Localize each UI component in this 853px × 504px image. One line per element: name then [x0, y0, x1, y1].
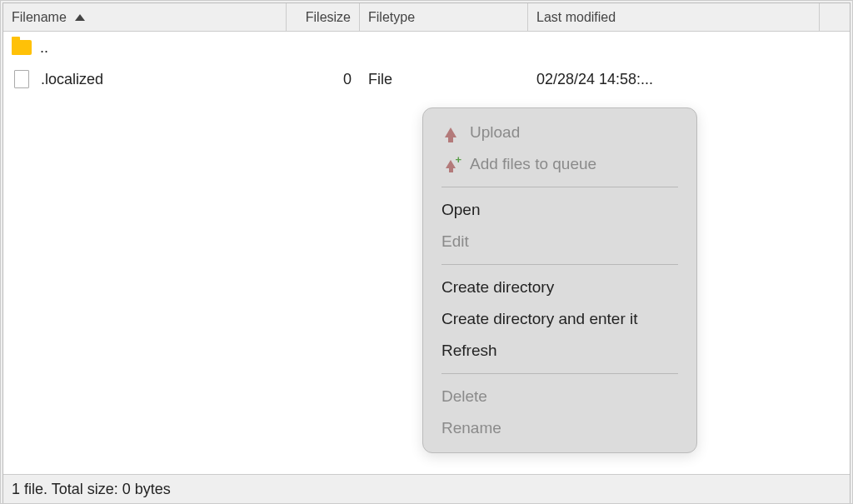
menu-create-directory-enter-label: Create directory and enter it: [441, 310, 638, 328]
column-header-filesize[interactable]: Filesize: [287, 3, 360, 31]
menu-separator: [441, 187, 678, 187]
menu-create-directory[interactable]: Create directory: [423, 272, 696, 303]
menu-open-label: Open: [441, 201, 480, 219]
status-text: 1 file. Total size: 0 bytes: [12, 481, 171, 498]
menu-separator: [441, 373, 678, 374]
menu-separator: [441, 264, 678, 265]
menu-create-directory-label: Create directory: [441, 278, 554, 297]
column-header-filename[interactable]: Filename: [3, 3, 287, 31]
menu-edit-label: Edit: [441, 232, 469, 251]
add-to-queue-icon: +: [441, 155, 460, 173]
parent-directory-row[interactable]: ..: [3, 32, 850, 63]
column-label-filetype: Filetype: [368, 10, 415, 25]
header-row: Filename Filesize Filetype Last modified: [3, 3, 850, 32]
menu-edit: Edit: [423, 226, 696, 257]
file-type-cell: File: [360, 67, 528, 92]
column-label-filename: Filename: [12, 10, 67, 25]
parent-directory-cell: ..: [3, 36, 287, 60]
context-menu: Upload + Add files to queue Open Edit Cr…: [422, 107, 697, 453]
menu-add-queue: + Add files to queue: [423, 148, 696, 180]
menu-refresh-label: Refresh: [441, 342, 497, 360]
column-label-filesize: Filesize: [306, 10, 351, 25]
file-row[interactable]: .localized 0 File 02/28/24 14:58:...: [3, 63, 850, 95]
file-size-cell: 0: [287, 67, 360, 92]
menu-delete-label: Delete: [441, 387, 487, 406]
menu-create-directory-enter[interactable]: Create directory and enter it: [423, 303, 696, 335]
menu-rename-label: Rename: [441, 419, 501, 437]
status-bar: 1 file. Total size: 0 bytes: [3, 474, 850, 504]
menu-add-queue-label: Add files to queue: [470, 155, 596, 173]
file-size: 0: [343, 71, 352, 88]
file-name-cell: .localized: [3, 67, 287, 92]
parent-directory-name: ..: [40, 39, 48, 57]
column-header-filetype[interactable]: Filetype: [360, 3, 528, 31]
file-type: File: [368, 71, 392, 88]
menu-upload-label: Upload: [470, 123, 520, 142]
column-header-spacer: [820, 3, 850, 31]
menu-rename: Rename: [423, 412, 696, 444]
file-modified: 02/28/24 14:58:...: [536, 71, 653, 88]
file-name: .localized: [41, 71, 103, 88]
menu-upload: Upload: [423, 117, 696, 148]
folder-icon: [12, 40, 32, 55]
menu-refresh[interactable]: Refresh: [423, 335, 696, 367]
sort-ascending-icon: [75, 14, 85, 21]
upload-icon: [441, 123, 460, 142]
column-header-lastmodified[interactable]: Last modified: [528, 3, 820, 31]
column-label-lastmodified: Last modified: [536, 10, 616, 25]
file-icon: [14, 70, 29, 88]
menu-open[interactable]: Open: [423, 194, 696, 226]
file-modified-cell: 02/28/24 14:58:...: [528, 67, 820, 92]
menu-delete: Delete: [423, 381, 696, 412]
